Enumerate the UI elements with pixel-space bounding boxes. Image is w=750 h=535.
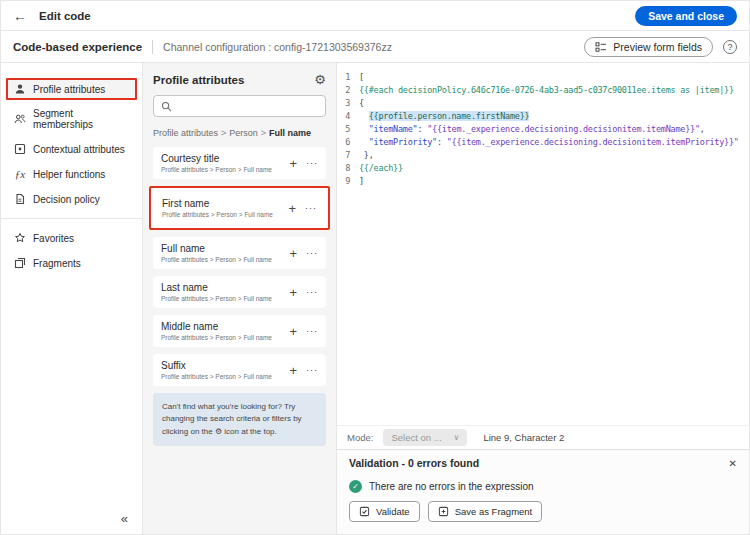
attribute-title: Suffix [161, 360, 272, 371]
validation-title: Validation - 0 errors found [349, 457, 479, 469]
attribute-path: Profile attributes > Person > Full name [161, 295, 272, 302]
editor-column: 1[2{{#each decisionPolicy.646c716e-0726-… [337, 63, 749, 534]
sidebar-item-favorites[interactable]: Favorites [6, 227, 137, 249]
attributes-panel-header: Profile attributes ⚙ [153, 73, 326, 86]
sub-bar-right: Preview form fields ? [584, 37, 737, 57]
more-options-button[interactable]: ··· [306, 366, 318, 375]
main-content: Profile attributes Segment memberships C… [1, 63, 749, 534]
app-window: ← Edit code Save and close Code-based ex… [0, 0, 750, 535]
attribute-card-last-name[interactable]: Last name Profile attributes > Person > … [153, 276, 326, 308]
profile-attributes-panel: Profile attributes ⚙ Profile attributes>… [143, 63, 337, 534]
save-as-fragment-button[interactable]: Save as Fragment [428, 501, 543, 522]
validate-label: Validate [376, 506, 410, 517]
add-attribute-button[interactable]: + [289, 247, 297, 260]
more-options-button[interactable]: ··· [306, 249, 318, 258]
document-icon [14, 193, 26, 205]
save-and-close-button[interactable]: Save and close [635, 6, 737, 26]
page-title: Edit code [39, 10, 91, 22]
code-line[interactable]: 6 "itemPriority": "{{item._experience.de… [337, 136, 749, 149]
validate-button[interactable]: Validate [349, 501, 420, 522]
collapse-sidebar-button[interactable]: « [121, 511, 128, 526]
selection-highlight: First name Profile attributes > Person >… [149, 186, 330, 230]
add-attribute-button[interactable]: + [289, 286, 297, 299]
validation-actions: Validate Save as Fragment [337, 501, 749, 534]
code-lines: 1[2{{#each decisionPolicy.646c716e-0726-… [337, 71, 749, 188]
cursor-position: Line 9, Character 2 [483, 432, 564, 443]
add-attribute-button[interactable]: + [289, 325, 297, 338]
close-icon[interactable]: ✕ [729, 458, 737, 469]
vertical-divider [152, 40, 153, 54]
preview-form-fields-button[interactable]: Preview form fields [584, 37, 713, 57]
line-number: 2 [337, 84, 359, 97]
sub-bar-left: Code-based experience Channel configurat… [13, 40, 392, 54]
attributes-panel-title: Profile attributes [153, 74, 244, 86]
code-editor[interactable]: 1[2{{#each decisionPolicy.646c716e-0726-… [337, 63, 749, 425]
sidebar-item-segment-memberships[interactable]: Segment memberships [6, 103, 137, 135]
attribute-title: Full name [161, 243, 272, 254]
fx-icon: ƒx [14, 168, 26, 180]
attribute-path: Profile attributes > Person > Full name [161, 166, 272, 173]
sub-bar: Code-based experience Channel configurat… [1, 31, 749, 63]
more-options-button[interactable]: ··· [306, 327, 318, 336]
code-line[interactable]: 5 "itemName": "{{item._experience.decisi… [337, 123, 749, 136]
gear-icon[interactable]: ⚙ [314, 73, 326, 86]
segments-icon [14, 113, 26, 125]
mode-select[interactable]: Select on ... ∨ [383, 429, 467, 446]
search-input[interactable] [178, 101, 318, 112]
attribute-card-courtesy-title[interactable]: Courtesy title Profile attributes > Pers… [153, 147, 326, 179]
sidebar-item-contextual-attributes[interactable]: Contextual attributes [6, 138, 137, 160]
help-icon[interactable]: ? [723, 40, 737, 54]
card-actions: + ··· [288, 202, 317, 215]
sidebar-item-fragments[interactable]: Fragments [6, 252, 137, 274]
back-icon[interactable]: ← [13, 9, 27, 23]
validation-message-row: ✓ There are no errors in the expression [337, 474, 749, 501]
code-line[interactable]: 7 }, [337, 149, 749, 162]
breadcrumb-root[interactable]: Profile attributes [153, 128, 218, 138]
search-hint-note: Can't find what you're looking for? Try … [153, 393, 326, 446]
preview-form-fields-label: Preview form fields [613, 41, 702, 53]
add-attribute-button[interactable]: + [289, 157, 297, 170]
card-actions: + ··· [289, 325, 318, 338]
more-options-button[interactable]: ··· [305, 204, 317, 213]
add-attribute-button[interactable]: + [288, 202, 296, 215]
success-check-icon: ✓ [349, 480, 362, 493]
sidebar-divider [1, 218, 142, 219]
code-line[interactable]: 3{ [337, 97, 749, 110]
attribute-card-first-name[interactable]: First name Profile attributes > Person >… [154, 192, 325, 224]
editor-status-bar: Mode: Select on ... ∨ Line 9, Character … [337, 425, 749, 449]
breadcrumb: Profile attributes>Person>Full name [153, 128, 326, 138]
more-options-button[interactable]: ··· [306, 159, 318, 168]
more-options-button[interactable]: ··· [306, 288, 318, 297]
code-line[interactable]: 2{{#each decisionPolicy.646c716e-0726-4a… [337, 84, 749, 97]
attribute-card-suffix[interactable]: Suffix Profile attributes > Person > Ful… [153, 354, 326, 386]
fragment-save-icon [438, 506, 449, 517]
attribute-title: Courtesy title [161, 153, 272, 164]
code-line[interactable]: 9] [337, 175, 749, 188]
line-number: 4 [337, 110, 359, 123]
sidebar-item-label: Segment memberships [33, 108, 129, 130]
line-content: { [359, 97, 364, 110]
card-actions: + ··· [289, 286, 318, 299]
code-line[interactable]: 8{{/each}} [337, 162, 749, 175]
sidebar-item-profile-attributes[interactable]: Profile attributes [6, 78, 137, 100]
card-text: Full name Profile attributes > Person > … [161, 243, 272, 263]
breadcrumb-separator: > [261, 128, 266, 138]
person-icon [14, 83, 26, 95]
sidebar-item-helper-functions[interactable]: ƒx Helper functions [6, 163, 137, 185]
save-as-fragment-label: Save as Fragment [455, 506, 533, 517]
line-content: "itemName": "{{item._experience.decision… [359, 123, 705, 136]
code-line[interactable]: 1[ [337, 71, 749, 84]
top-bar: ← Edit code Save and close [1, 1, 749, 31]
code-line[interactable]: 4 {{profile.person.name.firstName}} [337, 110, 749, 123]
sidebar-item-label: Decision policy [33, 194, 100, 205]
attribute-card-full-name[interactable]: Full name Profile attributes > Person > … [153, 237, 326, 269]
add-attribute-button[interactable]: + [289, 364, 297, 377]
top-bar-left: ← Edit code [13, 9, 91, 23]
sidebar-item-label: Favorites [33, 233, 74, 244]
sidebar-item-decision-policy[interactable]: Decision policy [6, 188, 137, 210]
card-text: First name Profile attributes > Person >… [162, 198, 273, 218]
card-text: Middle name Profile attributes > Person … [161, 321, 272, 341]
attribute-path: Profile attributes > Person > Full name [161, 334, 272, 341]
breadcrumb-person[interactable]: Person [229, 128, 258, 138]
attribute-card-middle-name[interactable]: Middle name Profile attributes > Person … [153, 315, 326, 347]
